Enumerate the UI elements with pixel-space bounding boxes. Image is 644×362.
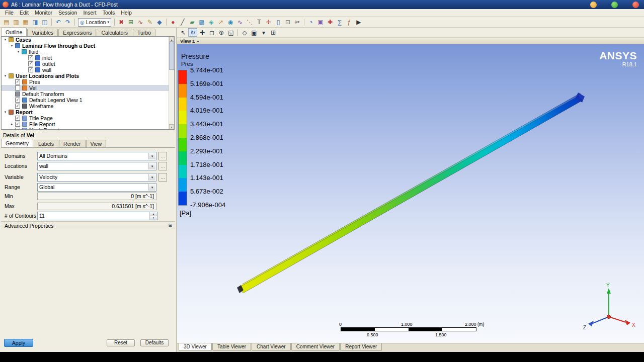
redo-icon[interactable]: ↷ — [63, 18, 72, 27]
expand-icon[interactable]: ⊞ — [168, 223, 172, 228]
viewer-tab-table-viewer[interactable]: Table Viewer — [212, 343, 251, 351]
checkbox[interactable]: ✓ — [15, 122, 20, 127]
checkbox[interactable]: ✓ — [15, 98, 20, 103]
tab-expressions[interactable]: Expressions — [58, 29, 96, 36]
expander-icon[interactable]: ▾ — [10, 44, 14, 48]
pan-tool-icon[interactable]: ✚ — [198, 28, 207, 37]
close-button[interactable] — [632, 2, 639, 8]
checkbox[interactable]: ✓ — [15, 104, 20, 109]
contour-icon[interactable]: ◉ — [226, 18, 235, 27]
menu-file[interactable]: File — [2, 10, 17, 16]
point-icon[interactable]: ● — [169, 18, 178, 27]
view-presets-icon[interactable]: ▣ — [250, 28, 259, 37]
menu-monitor[interactable]: Monitor — [32, 10, 55, 16]
tree-item-fluid[interactable]: ▾fluid — [2, 49, 174, 55]
tree-scrollbar[interactable]: ▲ ▼ — [169, 37, 174, 129]
tree-item-title-page[interactable]: ✓Title Page — [2, 115, 174, 121]
tree-item-cases[interactable]: ▾Cases — [2, 37, 174, 43]
details-tab-render[interactable]: Render — [59, 140, 85, 147]
timestep-icon[interactable]: ◔ — [306, 18, 315, 27]
menu-tools[interactable]: Tools — [100, 10, 118, 16]
locations-more-button[interactable]: … — [158, 162, 167, 170]
location-selector[interactable]: ◎Location▾ — [78, 18, 111, 27]
contours-input[interactable]: 11▴▾ — [37, 212, 157, 220]
expander-icon[interactable]: ▾ — [3, 110, 8, 114]
dropdown-caret-icon[interactable]: ▾ — [148, 184, 155, 191]
rotate-tool-icon[interactable]: ↻ — [188, 28, 197, 37]
calculator-icon[interactable]: ∑ — [335, 18, 344, 27]
viewer-tab-comment-viewer[interactable]: Comment Viewer — [291, 343, 340, 351]
scroll-thumb[interactable] — [169, 42, 174, 70]
tab-outline[interactable]: Outline — [1, 28, 27, 36]
defaults-button[interactable]: Defaults — [140, 339, 169, 346]
details-tab-view[interactable]: View — [86, 140, 107, 147]
expander-icon[interactable]: ▾ — [3, 38, 8, 42]
checkbox[interactable]: ✓ — [28, 67, 33, 72]
locations-select[interactable]: wall▾ — [37, 162, 156, 170]
instancing-icon[interactable]: ⊡ — [283, 18, 292, 27]
details-tab-labels[interactable]: Labels — [34, 140, 58, 147]
delete-icon[interactable]: ✖ — [117, 18, 126, 27]
animation-icon[interactable]: ▶ — [354, 18, 363, 27]
save-picture-icon[interactable]: ◨ — [31, 18, 40, 27]
line-icon[interactable]: ╱ — [178, 18, 187, 27]
spin-down-icon[interactable]: ▾ — [150, 216, 157, 220]
zoom-tool-icon[interactable]: ⊕ — [217, 28, 226, 37]
plane-icon[interactable]: ▰ — [188, 18, 197, 27]
tree-item-default-transform[interactable]: Default Transform — [2, 91, 174, 97]
select-tool-icon[interactable]: ↖ — [179, 28, 188, 37]
legend-icon[interactable]: ▯ — [274, 18, 283, 27]
details-tab-geometry[interactable]: Geometry — [1, 139, 33, 147]
quick-editor-icon[interactable]: ▣ — [316, 18, 325, 27]
table-icon[interactable]: ⊞ — [126, 18, 135, 27]
spin-up-icon[interactable]: ▴ — [150, 212, 157, 216]
domains-more-button[interactable]: … — [158, 152, 167, 160]
viewer-tab-chart-viewer[interactable]: Chart Viewer — [252, 343, 291, 351]
viewer-layout-icon[interactable]: ◫ — [40, 18, 49, 27]
variable-select[interactable]: Velocity▾ — [37, 173, 156, 182]
tree-item-default-legend-view-1[interactable]: ✓Default Legend View 1 — [2, 97, 174, 103]
viewer-3d[interactable]: Pressure Pres 5.744e-0015.169e-0014.594e… — [177, 44, 644, 343]
tree-item-wall[interactable]: ✓wall — [2, 67, 174, 73]
checkbox[interactable]: ✓ — [28, 61, 33, 66]
menu-help[interactable]: Help — [118, 10, 135, 16]
tree-item-file-report[interactable]: ▸✓File Report — [2, 121, 174, 127]
comment-icon[interactable]: ✎ — [145, 18, 154, 27]
checkbox[interactable]: ✓ — [15, 79, 20, 84]
tree-item-laminar-flow-through-a-duct[interactable]: ▾Laminar Flow through a Duct — [2, 43, 174, 49]
text-icon[interactable]: T — [255, 18, 264, 27]
streamline-icon[interactable]: ∿ — [235, 18, 245, 27]
zoom-box-tool-icon[interactable]: ◻ — [207, 28, 216, 37]
dropdown-caret-icon[interactable]: ▾ — [148, 153, 155, 159]
tree-item-user-locations-and-plots[interactable]: ▾User Locations and Plots — [2, 73, 174, 79]
dropdown-caret-icon[interactable]: ▾ — [148, 163, 155, 169]
isosurface-icon[interactable]: ◈ — [207, 18, 216, 27]
tree-item-pres[interactable]: ✓Pres — [2, 79, 174, 85]
reset-button[interactable]: Reset — [107, 339, 135, 346]
fit-view-icon[interactable]: ◱ — [226, 28, 235, 37]
menu-insert[interactable]: Insert — [80, 10, 99, 16]
viewer-tab-report-viewer[interactable]: Report Viewer — [340, 343, 382, 351]
expressions-icon[interactable]: ƒ — [345, 18, 354, 27]
checkbox[interactable]: ✓ — [15, 116, 20, 121]
checkbox[interactable]: ✓ — [15, 128, 20, 130]
maximize-button[interactable] — [611, 2, 618, 8]
dropdown-caret-icon[interactable]: ▾ — [148, 174, 155, 180]
tree-item-wireframe[interactable]: ✓Wireframe — [2, 103, 174, 109]
expander-icon[interactable]: ▾ — [3, 74, 8, 78]
viewer-tab-3d-viewer[interactable]: 3D Viewer — [179, 343, 212, 351]
tree-item-report[interactable]: ▾Report — [2, 109, 174, 115]
clip-plane-icon[interactable]: ✂ — [293, 18, 302, 27]
view-presets-caret-icon[interactable]: ▾ — [259, 28, 268, 37]
tab-variables[interactable]: Variables — [27, 29, 58, 36]
expander-icon[interactable]: ▾ — [16, 50, 21, 54]
tab-calculators[interactable]: Calculators — [97, 29, 132, 36]
perspective-icon[interactable]: ◇ — [240, 28, 249, 37]
variable-more-button[interactable]: … — [158, 173, 167, 182]
volume-icon[interactable]: ▩ — [197, 18, 206, 27]
scroll-down-icon[interactable]: ▼ — [169, 124, 174, 129]
coord-frame-icon[interactable]: ✛ — [264, 18, 273, 27]
minimize-button[interactable] — [590, 2, 597, 8]
tab-turbo[interactable]: Turbo — [133, 29, 155, 36]
checkbox[interactable] — [15, 85, 20, 90]
